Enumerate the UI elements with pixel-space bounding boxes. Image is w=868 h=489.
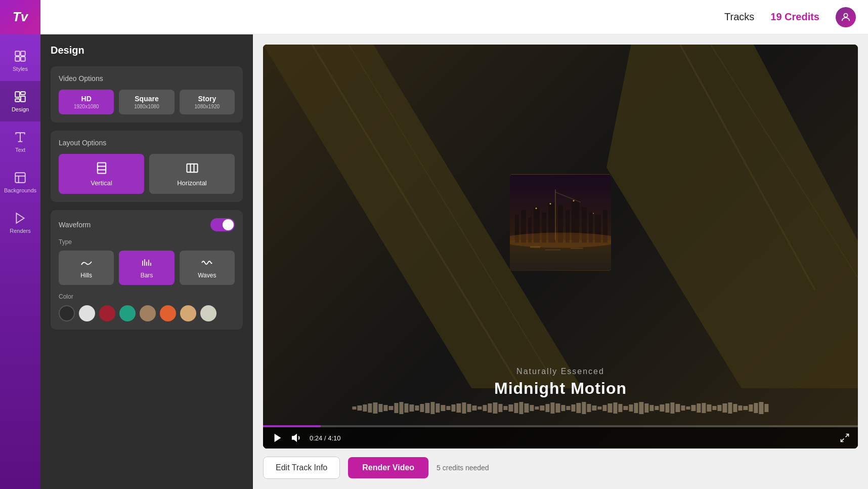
waveform-bar-item [561, 405, 565, 411]
tracks-nav[interactable]: Tracks [724, 11, 754, 23]
waveform-bar-item [660, 404, 664, 412]
video-options-section: Video Options HD 1920x1080 Square 1080x1… [51, 66, 243, 123]
volume-button[interactable] [290, 431, 303, 444]
waveform-bar-item [488, 403, 492, 413]
waveform-bar-item [378, 404, 382, 412]
waveform-bar-item [717, 405, 721, 411]
waveform-bar-item [514, 403, 518, 413]
video-option-story[interactable]: Story 1080x1920 [180, 90, 235, 114]
waveform-bars[interactable]: Bars [119, 251, 174, 285]
waveform-bar-item [519, 402, 523, 414]
time-display: 0:24 / 4:10 [310, 434, 340, 442]
fullscreen-button[interactable] [840, 433, 850, 443]
waveform-bar-item [728, 402, 732, 414]
bottom-actions: Edit Track Info Render Video 5 credits n… [263, 457, 858, 479]
svg-rect-1 [15, 51, 20, 56]
svg-point-44 [550, 203, 551, 205]
waveform-bar-item [754, 403, 758, 413]
avatar[interactable] [836, 7, 856, 27]
video-option-square[interactable]: Square 1080x1080 [119, 90, 174, 114]
waveform-waves[interactable]: Waves [180, 251, 235, 285]
waveform-bar-item [582, 402, 586, 414]
edit-track-button[interactable]: Edit Track Info [263, 457, 340, 479]
video-options-title: Video Options [59, 74, 235, 83]
waveform-bar-item [749, 404, 753, 412]
waveform-bar-item [394, 403, 398, 413]
color-swatch-3[interactable] [119, 305, 136, 321]
waveform-section: Waveform Type Hills [51, 210, 243, 330]
waveform-bar-item [493, 402, 497, 414]
sidebar-item-backgrounds[interactable]: Backgrounds [0, 162, 40, 202]
waveform-bar-item [373, 402, 377, 414]
waveform-toggle[interactable] [210, 218, 235, 231]
waveform-bar-item [535, 406, 539, 410]
waveform-title: Waveform [59, 221, 91, 229]
waveform-bar-item [451, 404, 455, 412]
waveform-bar-item [509, 404, 513, 412]
track-title: Midnight Motion [494, 379, 627, 398]
color-swatch-1[interactable] [79, 305, 95, 321]
credits-display[interactable]: 19 Credits [770, 11, 819, 23]
waveform-bar-item [498, 404, 502, 412]
sidebar-backgrounds-label: Backgrounds [4, 187, 36, 193]
svg-rect-8 [15, 99, 20, 101]
layout-horizontal[interactable]: Horizontal [149, 154, 235, 194]
waveform-bar-item [383, 405, 387, 411]
svg-point-52 [510, 233, 611, 248]
svg-marker-23 [606, 45, 858, 388]
svg-rect-11 [97, 163, 105, 174]
svg-rect-4 [21, 57, 25, 61]
sidebar-item-styles[interactable]: Styles [0, 40, 40, 81]
waveform-bar-item [566, 406, 570, 410]
horizontal-label: Horizontal [177, 179, 207, 187]
design-panel: Design Video Options HD 1920x1080 Square… [40, 34, 253, 489]
svg-point-46 [593, 213, 594, 214]
waveform-bar-item [436, 403, 440, 413]
color-swatch-7[interactable] [200, 305, 216, 321]
waveform-bar-item [697, 403, 701, 413]
play-button[interactable] [271, 431, 284, 444]
waveform-bar-item [410, 404, 414, 412]
logo: Tv [13, 9, 28, 25]
hd-sub: 1920x1080 [74, 104, 99, 109]
waveform-bar-item [665, 403, 669, 413]
sidebar-item-text[interactable]: Text [0, 121, 40, 162]
waveform-header: Waveform [59, 218, 235, 231]
waveform-bar-item [676, 404, 680, 412]
topbar-right: Tracks 19 Credits [724, 7, 856, 27]
color-swatch-6[interactable] [180, 305, 196, 321]
video-controls: 0:24 / 4:10 [263, 427, 858, 449]
svg-rect-51 [571, 248, 583, 249]
sidebar-icons: Styles Design Text Backgrounds Renders [0, 34, 40, 489]
color-swatch-5[interactable] [160, 305, 176, 321]
waveform-bar-item [577, 403, 581, 413]
waveform-hills[interactable]: Hills [59, 251, 114, 285]
sidebar-item-design[interactable]: Design [0, 81, 40, 121]
waveform-bar-item [405, 403, 409, 413]
video-option-hd[interactable]: HD 1920x1080 [59, 90, 114, 114]
waveform-bar-item [681, 405, 685, 411]
render-video-button[interactable]: Render Video [348, 457, 428, 478]
hills-label: Hills [80, 272, 92, 279]
waveform-bar-item [457, 403, 461, 413]
waveform-bar-item [733, 404, 737, 412]
waveform-bar-item [644, 403, 648, 413]
color-swatch-4[interactable] [140, 305, 156, 321]
square-label: Square [135, 95, 158, 103]
svg-rect-2 [21, 51, 25, 56]
svg-point-0 [844, 13, 847, 17]
waveform-bar-item [399, 402, 403, 414]
waveform-bar-item [415, 405, 419, 411]
color-swatch-0[interactable] [59, 305, 75, 321]
waveform-bar-item [655, 406, 659, 410]
video-canvas: Naturally Essenced Midnight Motion [263, 45, 858, 449]
waveform-bar-item [691, 405, 696, 411]
album-art-inner [510, 175, 611, 271]
sidebar-item-renders[interactable]: Renders [0, 202, 40, 243]
design-panel-title: Design [51, 45, 243, 56]
waveform-bar-item [587, 404, 591, 412]
color-swatch-2[interactable] [99, 305, 115, 321]
main-layout: Styles Design Text Backgrounds Renders D… [0, 34, 868, 489]
layout-vertical[interactable]: Vertical [59, 154, 144, 194]
waveform-bar-item [602, 405, 606, 411]
